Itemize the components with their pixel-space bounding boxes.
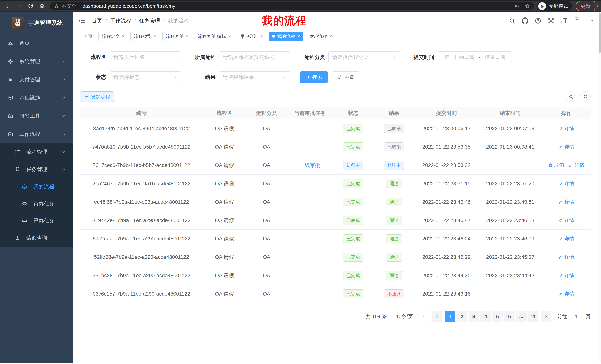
browser-menu-icon[interactable] [594,3,595,9]
refresh-icon[interactable] [580,91,591,102]
close-icon[interactable]: × [260,34,263,38]
back-icon[interactable] [3,1,13,11]
create-process-button[interactable]: 发起流程 [80,91,114,102]
close-icon[interactable]: × [122,34,125,38]
op-edit-link[interactable]: 详情 [559,125,574,132]
chevron-down-icon [392,55,396,59]
scrollbar-track[interactable] [598,11,601,363]
breadcrumb-item-0[interactable]: 首页 [92,17,102,24]
status-badge: 已完成 [343,124,363,133]
category-select[interactable]: 请选择流程分类 [328,51,400,63]
cell-end-time: 2022-01-22 23:49:51 [478,193,542,211]
close-icon[interactable]: × [297,34,300,38]
op-edit-link[interactable]: 详情 [559,217,574,224]
op-trash-link[interactable]: 取消 [548,162,564,168]
fullscreen-icon[interactable] [548,18,554,24]
page-button-6[interactable]: 6 [504,311,515,322]
op-edit-link[interactable]: 详情 [559,199,574,205]
caret-down-icon[interactable] [590,19,594,23]
tab-6[interactable]: 我的流程 × [269,31,303,41]
page-button-5[interactable]: 5 [492,311,503,322]
op-edit-link[interactable]: 详情 [559,235,574,242]
cell-task [287,193,333,211]
close-icon[interactable]: × [228,34,231,38]
sidebar-item-0[interactable]: 首页 [0,34,73,52]
sidebar-item-10[interactable]: 已办任务 [0,212,73,229]
help-icon[interactable] [535,18,541,24]
sidebar-item-8[interactable]: 我的流程 [0,178,73,195]
prev-page-button[interactable] [432,311,442,322]
sidebar-item-7[interactable]: 任务管理 [0,161,73,178]
page-button-11[interactable]: 11 [528,311,538,322]
breadcrumb-item-1[interactable]: 工作流程 [110,17,131,24]
forward-icon[interactable] [14,1,25,11]
sidebar-item-11[interactable]: 请假查询 [0,229,73,247]
close-icon[interactable]: × [154,34,157,38]
close-icon[interactable]: × [329,34,332,38]
page-button-3[interactable]: 3 [469,311,479,322]
cell-name: OA 请假 [203,138,246,156]
result-select[interactable]: 请选择流结果 [219,71,290,83]
github-icon[interactable] [522,18,528,24]
cell-submit-time: 2022-01-22 23:46:04 [415,230,478,248]
bookmark-star-icon[interactable] [524,3,530,9]
close-icon[interactable]: × [186,34,189,38]
hamburger-icon[interactable] [78,17,85,25]
sidebar-item-6[interactable]: 流程管理 [0,143,73,161]
op-edit-link[interactable]: 详情 [559,180,574,187]
avatar[interactable] [573,15,586,27]
tab-4[interactable]: 流程表单-编辑 × [194,31,234,41]
sidebar-item-5[interactable]: 工作流程 [0,125,73,143]
page-button-2[interactable]: 2 [457,311,467,322]
reload-icon[interactable] [26,1,36,11]
sidebar-item-2[interactable]: ¥ 支付管理 [0,70,73,89]
goto-page-input[interactable] [570,311,583,322]
tab-1[interactable]: 流程定义 × [99,31,128,41]
process-name-input[interactable] [110,52,181,63]
op-edit-link[interactable]: 详情 [559,254,574,260]
op-edit-link[interactable]: 详情 [559,144,574,150]
page-button-1[interactable]: 1 [445,311,455,322]
sidebar-item-4[interactable]: 研发工具 [0,107,73,125]
home-icon[interactable] [37,1,47,11]
font-size-icon[interactable]: TT [561,18,567,24]
result-badge: 通过 [386,198,402,207]
search-button[interactable]: 搜索 [300,71,328,83]
page-button-4[interactable]: 4 [481,311,491,322]
breadcrumb-item-2[interactable]: 任务管理 [139,17,160,24]
address-bar[interactable]: 不安全 dashboard.yudao.iocoder.cn/bpm/task/… [50,2,534,10]
op-edit-link[interactable]: 详情 [559,290,574,297]
status-select[interactable]: 请选择状态 [110,71,181,83]
op-edit-link[interactable]: 详情 [569,162,584,168]
tab-7[interactable]: 发起流程 × [306,31,335,41]
scrollbar-thumb[interactable] [599,13,601,53]
cell-end-time: 2022-01-22 23:46:09 [478,230,542,248]
edit-icon [569,163,573,167]
tab-5[interactable]: 用户分组 × [237,31,266,41]
op-edit-link[interactable]: 详情 [559,272,574,279]
reset-button[interactable]: 重置 [332,71,360,83]
page-size-select[interactable]: 10条/页 [392,311,429,322]
cell-task[interactable]: 一级审批 [287,156,333,175]
page-ellipsis-button[interactable]: ... [516,311,527,322]
table-row: 67c2eaab-7b9a-11ec-a290-acde48001122 OA … [80,230,591,248]
tab-0[interactable]: 首页 [80,31,96,41]
sidebar-item-1[interactable]: 系统管理 [0,52,73,70]
tabs-bar: 首页 流程定义 × 流程模型 × 流程表单 × 流程表单-编辑 × 用户分组 ×… [73,30,601,43]
cell-task [287,211,333,230]
sidebar-item-3[interactable]: 基础设施 [0,89,73,107]
tab-3[interactable]: 流程表单 × [162,31,192,41]
show-search-icon[interactable] [566,91,576,102]
sidebar-item-9[interactable]: 待办任务 [0,195,73,212]
result-badge: 通过 [386,234,402,243]
next-page-button[interactable] [541,311,551,322]
cell-id: 331bc281-7b9a-11ec-a290-acde48001122 [80,266,203,285]
key-icon[interactable] [514,3,520,9]
status-badge: 已完成 [343,234,363,243]
search-icon[interactable] [509,18,515,24]
tab-2[interactable]: 流程模型 × [130,31,160,41]
process-def-input[interactable] [219,52,290,63]
date-range-picker[interactable]: 开始日期 - 结束日期 [438,51,512,63]
cell-ops: 详情 [542,248,591,266]
update-button[interactable]: 更新 [576,1,598,11]
